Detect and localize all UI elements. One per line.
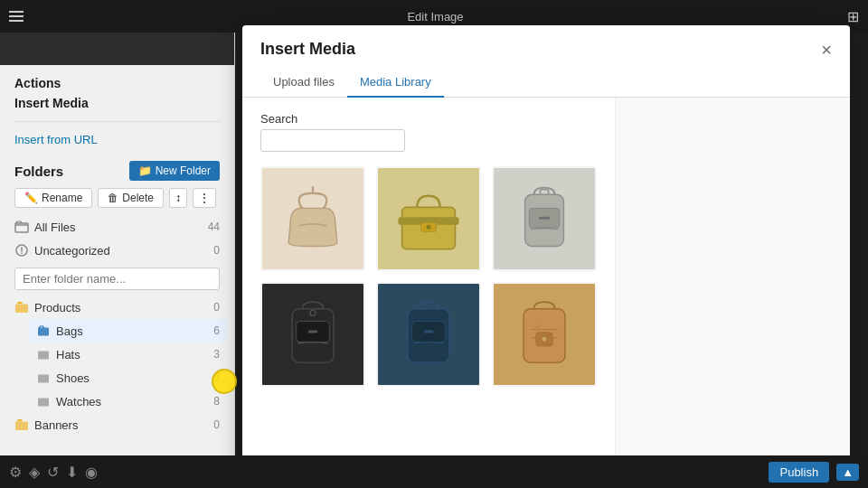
insert-media-modal: Insert Media × Upload files Media Librar… xyxy=(242,25,850,488)
svg-point-25 xyxy=(542,336,547,342)
bottom-bar: ⚙ ◈ ↺ ⬇ ◉ Publish ▲ xyxy=(0,455,868,488)
media-thumbnail-2 xyxy=(378,168,479,269)
media-thumbnail-1 xyxy=(262,168,363,269)
chevron-up-icon[interactable]: ▲ xyxy=(836,464,859,481)
tab-upload-files[interactable]: Upload files xyxy=(260,68,347,98)
folder-count-all-files: 44 xyxy=(202,221,220,233)
svg-rect-7 xyxy=(15,422,28,431)
subfolder-item-shoes[interactable]: Shoes 3 xyxy=(29,366,227,389)
media-item-5[interactable] xyxy=(376,282,481,387)
folder-count-banners: 0 xyxy=(202,418,220,431)
media-thumbnail-5 xyxy=(378,284,479,385)
svg-point-12 xyxy=(426,225,430,230)
modal-tabs: Upload files Media Library xyxy=(242,68,850,98)
folder-icon-all-files xyxy=(14,220,29,234)
modal-sidebar xyxy=(615,98,850,488)
svg-rect-4 xyxy=(38,352,49,360)
subfolder-item-hats[interactable]: Hats 3 xyxy=(29,343,227,366)
new-folder-name-input[interactable] xyxy=(14,267,220,290)
media-item-6[interactable]: LV xyxy=(492,282,597,387)
folder-count-products: 0 xyxy=(202,301,220,314)
media-item-4[interactable] xyxy=(260,282,365,387)
folder-name-products: Products xyxy=(34,301,196,314)
folder-name-banners: Banners xyxy=(34,418,196,432)
folder-item-all-files[interactable]: All Files 44 xyxy=(7,215,227,239)
new-folder-name-container xyxy=(7,262,227,296)
settings-icon[interactable]: ⚙ xyxy=(9,464,22,481)
modal-header: Insert Media × xyxy=(242,25,850,59)
grid-icon[interactable]: ⊞ xyxy=(847,8,859,25)
visibility-icon[interactable]: ◉ xyxy=(85,464,98,481)
folder-icon-watches xyxy=(36,394,51,408)
svg-rect-22 xyxy=(424,330,434,333)
folder-item-uncategorized[interactable]: Uncategorized 0 xyxy=(7,239,227,262)
svg-rect-18 xyxy=(308,330,318,333)
media-grid: LV xyxy=(260,166,597,387)
insert-media-title: Insert Media xyxy=(14,96,220,110)
folder-item-banners[interactable]: Banners 0 xyxy=(7,413,227,436)
new-folder-button[interactable]: 📁 New Folder xyxy=(129,161,220,181)
folder-icon-banners xyxy=(14,418,29,432)
search-input[interactable] xyxy=(260,129,405,152)
svg-rect-15 xyxy=(539,217,550,220)
svg-rect-3 xyxy=(38,328,49,336)
top-bar-title: Edit Image xyxy=(31,10,840,23)
search-area: Search xyxy=(260,112,597,152)
modal-title: Insert Media xyxy=(260,40,355,59)
modal-body: Search xyxy=(242,98,850,488)
sidebar-top-bar xyxy=(0,33,234,65)
folder-list: All Files 44 Uncategorized 0 Products 0 xyxy=(0,215,234,436)
folder-icon-hats xyxy=(36,347,51,361)
media-thumbnail-4 xyxy=(262,284,363,385)
history-icon[interactable]: ↺ xyxy=(47,464,59,481)
insert-from-url-link[interactable]: Insert from URL xyxy=(14,129,220,150)
rename-icon: ✏️ xyxy=(24,192,38,204)
media-thumbnail-3 xyxy=(494,168,595,269)
search-label: Search xyxy=(260,112,597,126)
folders-title: Folders xyxy=(14,164,63,179)
folder-item-products[interactable]: Products 0 xyxy=(7,296,227,319)
menu-icon[interactable] xyxy=(9,11,24,22)
media-item-3[interactable] xyxy=(492,166,597,271)
subfolder-name-bags: Bags xyxy=(56,324,196,338)
subfolder-item-bags[interactable]: Bags 6 xyxy=(29,319,227,343)
media-item-2[interactable] xyxy=(376,166,481,271)
folder-plus-icon: 📁 xyxy=(138,164,152,177)
folder-icon-uncategorized xyxy=(14,243,29,258)
subfolder-name-watches: Watches xyxy=(56,395,196,408)
subfolders-container: Bags 6 Hats 3 Shoes 3 xyxy=(7,319,227,413)
subfolder-count-watches: 8 xyxy=(202,395,220,408)
folder-name-all-files: All Files xyxy=(34,221,196,234)
modal-main-content: Search xyxy=(242,98,615,488)
folders-header: Folders 📁 New Folder xyxy=(0,150,234,188)
delete-button[interactable]: 🗑 Delete xyxy=(98,188,164,208)
download-icon[interactable]: ⬇ xyxy=(66,464,78,481)
tab-media-library[interactable]: Media Library xyxy=(347,68,444,98)
folder-icon-bags xyxy=(36,324,51,338)
trash-icon: 🗑 xyxy=(108,192,118,204)
subfolder-count-bags: 6 xyxy=(202,324,220,337)
subfolder-count-hats: 3 xyxy=(202,348,220,361)
folder-actions-bar: ✏️ Rename 🗑 Delete ↕ ⋮ xyxy=(0,188,234,215)
modal-close-button[interactable]: × xyxy=(821,41,832,59)
left-sidebar: Actions Insert Media Insert from URL Fol… xyxy=(0,33,235,455)
media-thumbnail-6: LV xyxy=(494,284,595,385)
folder-name-uncategorized: Uncategorized xyxy=(34,244,196,258)
subfolder-name-hats: Hats xyxy=(56,348,196,361)
rename-button[interactable]: ✏️ Rename xyxy=(14,188,92,208)
media-item-1[interactable] xyxy=(260,166,365,271)
subfolder-item-watches[interactable]: Watches 8 xyxy=(29,389,227,413)
folder-icon-shoes xyxy=(36,371,51,385)
folder-icon-products xyxy=(14,300,29,314)
svg-rect-5 xyxy=(38,375,49,383)
folder-count-uncategorized: 0 xyxy=(202,244,220,257)
svg-text:LV: LV xyxy=(534,323,542,329)
more-options-button[interactable]: ⋮ xyxy=(193,188,216,208)
sort-button[interactable]: ↕ xyxy=(169,188,187,208)
actions-title: Actions xyxy=(14,76,220,90)
layers-icon[interactable]: ◈ xyxy=(29,464,40,481)
svg-rect-2 xyxy=(15,305,28,314)
sidebar-actions-section: Actions Insert Media xyxy=(0,65,234,110)
subfolder-count-shoes: 3 xyxy=(202,371,220,384)
publish-button[interactable]: Publish xyxy=(769,462,829,483)
